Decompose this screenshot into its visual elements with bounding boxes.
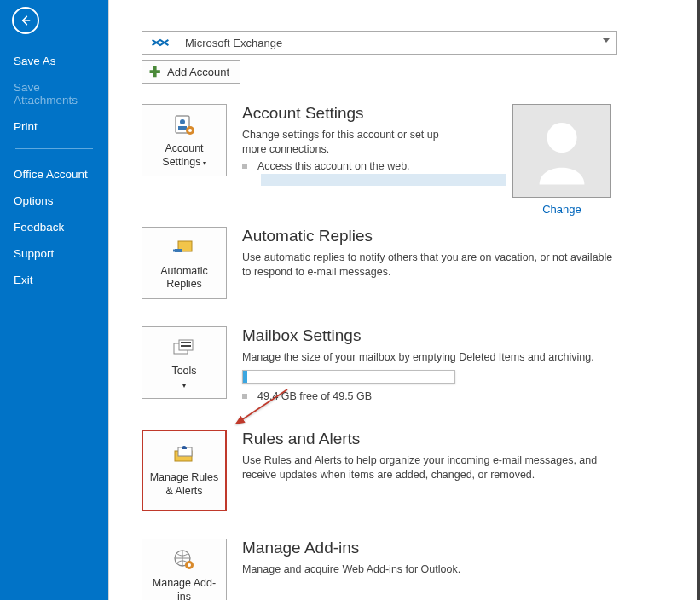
section-manage-addins: Manage Add-ins Manage Add-ins Manage and… — [142, 539, 697, 600]
redacted-email — [261, 174, 506, 186]
tile-label: Manage Add-ins — [146, 577, 223, 600]
storage-text: 49.4 GB free of 49.5 GB — [242, 390, 697, 402]
svg-rect-10 — [181, 345, 191, 347]
storage-bar — [242, 370, 455, 384]
section-desc: Manage and acquire Web Add-ins for Outlo… — [242, 562, 697, 577]
rules-icon — [147, 442, 222, 466]
section-automatic-replies: Automatic Replies Automatic Replies Use … — [142, 227, 697, 299]
add-account-label: Add Account — [167, 66, 229, 78]
manage-addins-tile[interactable]: Manage Add-ins — [142, 539, 227, 600]
change-photo-link[interactable]: Change — [512, 203, 611, 216]
tools-icon — [146, 336, 223, 360]
bullet-icon — [242, 164, 247, 169]
bullet-icon — [242, 394, 247, 399]
svg-point-15 — [188, 563, 191, 567]
nav-support[interactable]: Support — [0, 240, 108, 267]
web-access-link[interactable]: Access this account on the web. — [242, 160, 697, 172]
tile-label: Tools▾ — [146, 365, 223, 391]
avatar-placeholder — [512, 104, 611, 198]
main-content: Microsoft Exchange ✚ Add Account Account… — [108, 0, 700, 600]
nav-exit[interactable]: Exit — [0, 267, 108, 293]
storage-fill — [243, 371, 247, 383]
avatar-column: Change — [512, 104, 611, 216]
section-title: Manage Add-ins — [242, 539, 697, 557]
nav-separator — [15, 148, 93, 149]
account-picker-label: Microsoft Exchange — [185, 37, 282, 49]
svg-rect-2 — [178, 126, 187, 130]
backstage-sidebar: Save As Save Attachments Print Office Ac… — [0, 0, 108, 600]
nav-save-attachments: Save Attachments — [0, 74, 108, 113]
svg-point-4 — [188, 129, 192, 132]
account-settings-icon — [146, 113, 223, 137]
automatic-replies-tile[interactable]: Automatic Replies — [142, 227, 227, 299]
section-rules-alerts: Manage Rules & Alerts Rules and Alerts U… — [142, 430, 697, 511]
section-desc: Use Rules and Alerts to help organize yo… — [242, 453, 617, 482]
person-icon — [534, 117, 590, 185]
tile-label: Account Settings ▾ — [146, 142, 223, 169]
section-desc: Change settings for this account or set … — [242, 128, 464, 157]
section-title: Mailbox Settings — [242, 326, 697, 345]
manage-rules-tile[interactable]: Manage Rules & Alerts — [142, 430, 227, 511]
svg-rect-9 — [181, 342, 191, 343]
tile-label: Manage Rules & Alerts — [147, 471, 222, 498]
nav-office-account[interactable]: Office Account — [0, 161, 108, 188]
account-picker[interactable]: Microsoft Exchange — [142, 31, 617, 55]
nav-save-as[interactable]: Save As — [0, 48, 108, 74]
back-button[interactable] — [12, 7, 39, 34]
svg-point-1 — [180, 119, 185, 124]
automatic-replies-icon — [146, 236, 223, 260]
section-mailbox-settings: Tools▾ Mailbox Settings Manage the size … — [142, 326, 697, 402]
nav-feedback[interactable]: Feedback — [0, 214, 108, 240]
section-title: Automatic Replies — [242, 227, 697, 245]
section-account-settings: Account Settings ▾ Account Settings Chan… — [142, 104, 697, 186]
svg-point-5 — [547, 123, 576, 153]
tile-label: Automatic Replies — [146, 265, 223, 291]
section-desc: Manage the size of your mailbox by empty… — [242, 350, 697, 365]
add-account-button[interactable]: ✚ Add Account — [142, 60, 240, 84]
account-settings-tile[interactable]: Account Settings ▾ — [142, 104, 227, 176]
exchange-icon — [151, 36, 170, 49]
plus-icon: ✚ — [149, 64, 160, 80]
tools-tile[interactable]: Tools▾ — [142, 326, 227, 399]
addins-icon — [146, 548, 223, 572]
nav-print[interactable]: Print — [0, 113, 108, 140]
section-title: Account Settings — [242, 104, 697, 123]
chevron-down-icon — [603, 38, 610, 43]
section-title: Rules and Alerts — [242, 430, 697, 448]
nav-options[interactable]: Options — [0, 188, 108, 214]
section-desc: Use automatic replies to notify others t… — [242, 251, 617, 280]
arrow-left-icon — [19, 14, 32, 27]
